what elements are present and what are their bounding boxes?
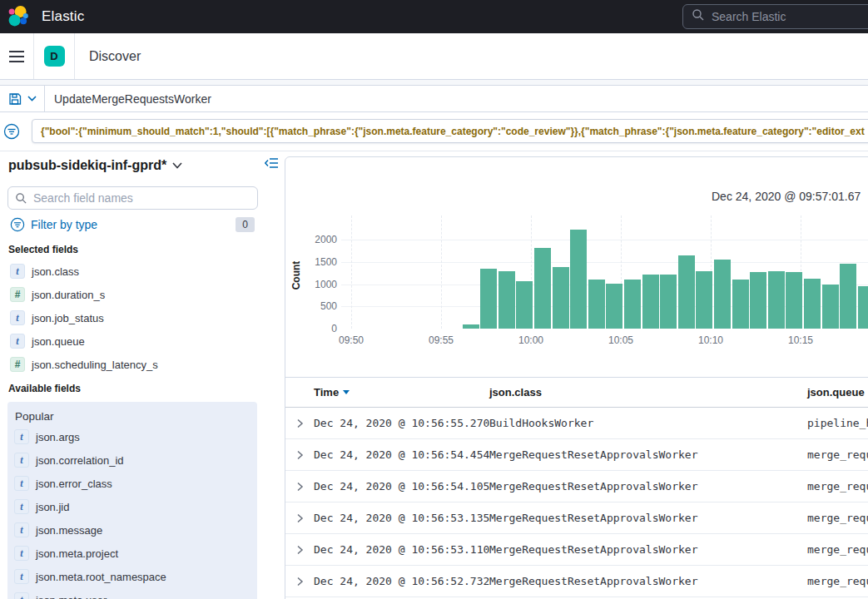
x-gridline — [441, 215, 442, 329]
global-header: Elastic Search Elastic — [0, 0, 868, 33]
filter-pill[interactable]: {"bool":{"minimum_should_match":1,"shoul… — [32, 119, 868, 143]
field-item[interactable]: tjson.args — [7, 425, 257, 448]
cell-json-class: MergeRequestResetApprovalsWorker — [489, 471, 697, 502]
expand-row-icon[interactable] — [293, 417, 306, 433]
index-pattern-selector[interactable]: pubsub-sidekiq-inf-gprd* — [8, 158, 182, 173]
cell-json-queue: pipeline_hooks — [807, 408, 868, 438]
field-item[interactable]: tjson.message — [7, 518, 257, 542]
filter-bar: {"bool":{"minimum_should_match":1,"shoul… — [0, 112, 868, 151]
histogram-bar — [480, 269, 497, 329]
expand-row-icon[interactable] — [293, 448, 306, 465]
field-name: json.scheduling_latency_s — [32, 359, 158, 371]
column-header-json-class[interactable]: json.class — [489, 378, 542, 407]
histogram-bar — [516, 281, 533, 329]
field-item[interactable]: tjson.meta.user — [7, 588, 257, 599]
brand-title: Elastic — [42, 8, 84, 25]
histogram-bar — [642, 275, 659, 329]
field-item[interactable]: #json.duration_s — [3, 283, 256, 306]
cell-json-class: MergeRequestResetApprovalsWorker — [489, 439, 697, 470]
column-label: json.queue — [807, 386, 865, 399]
y-axis-tick: 2000 — [304, 234, 337, 245]
histogram-bar — [768, 271, 785, 329]
cell-time: Dec 24, 2020 @ 10:56:54.105 — [314, 471, 489, 502]
field-item[interactable]: tjson.correlation_id — [7, 448, 257, 472]
field-item[interactable]: tjson.class — [3, 260, 256, 283]
chevron-down-icon — [27, 96, 37, 101]
cell-time: Dec 24, 2020 @ 10:56:53.110 — [314, 534, 489, 565]
string-field-icon: t — [14, 522, 29, 537]
field-name: json.jid — [36, 501, 69, 513]
expand-row-icon[interactable] — [293, 480, 306, 497]
table-row: Dec 24, 2020 @ 10:56:53.110MergeRequestR… — [285, 534, 868, 566]
histogram-bar — [570, 230, 587, 329]
elastic-logo-icon[interactable] — [7, 5, 30, 28]
save-icon — [8, 92, 22, 106]
column-header-json-queue[interactable]: json.queue — [807, 378, 865, 407]
chart-time-range-label: Dec 24, 2020 @ 09:57:01.67 — [712, 190, 861, 203]
menu-icon[interactable] — [0, 33, 33, 79]
index-pattern-title: pubsub-sidekiq-inf-gprd* — [8, 158, 166, 173]
query-input[interactable]: UpdateMergeRequestsWorker — [45, 86, 868, 111]
field-item[interactable]: tjson.queue — [3, 329, 256, 353]
histogram-bar — [840, 264, 856, 329]
app-icon-cell: D — [34, 33, 74, 79]
field-item[interactable]: tjson.meta.project — [7, 542, 257, 565]
string-field-icon: t — [14, 476, 29, 491]
cell-json-queue: merge_requests — [807, 439, 868, 470]
filter-icon[interactable] — [3, 123, 20, 140]
cell-json-queue: merge_requests — [807, 534, 868, 565]
field-name: json.job_status — [32, 312, 104, 324]
histogram-bar — [786, 272, 802, 329]
histogram-bar — [553, 267, 569, 329]
field-item[interactable]: tjson.jid — [7, 495, 257, 518]
x-axis-tick: 10:10 — [692, 334, 729, 346]
expand-row-icon[interactable] — [293, 575, 306, 592]
filter-by-type-button[interactable]: Filter by type — [31, 218, 97, 231]
search-icon — [692, 8, 705, 25]
histogram-bar — [534, 248, 551, 329]
x-axis-tick: 09:50 — [333, 334, 370, 346]
field-name: json.meta.user — [36, 594, 107, 599]
save-query-button[interactable] — [0, 86, 45, 111]
discover-page: Elastic Search Elastic D Discover — [0, 0, 868, 599]
string-field-icon: t — [14, 569, 29, 584]
cell-time: Dec 24, 2020 @ 10:56:55.270 — [314, 408, 489, 438]
global-search-input[interactable]: Search Elastic — [682, 4, 868, 29]
expand-row-icon[interactable] — [293, 543, 306, 560]
collapse-sidebar-icon[interactable] — [265, 157, 278, 172]
cell-json-class: MergeRequestResetApprovalsWorker — [489, 534, 697, 565]
field-name: json.queue — [32, 335, 85, 348]
x-axis-tick: 09:55 — [423, 334, 459, 346]
fields-sidebar: pubsub-sidekiq-inf-gprd* Search field na… — [0, 152, 285, 599]
string-field-icon: t — [14, 453, 29, 468]
navbar: D Discover — [0, 33, 868, 80]
field-search-input[interactable]: Search field names — [7, 186, 258, 210]
cell-json-class: MergeRequestResetApprovalsWorker — [489, 566, 697, 597]
field-item[interactable]: #json.scheduling_latency_s — [3, 353, 256, 376]
field-name: json.args — [36, 431, 80, 443]
x-axis-tick: 10:15 — [782, 334, 819, 346]
cell-json-class: BuildHooksWorker — [489, 408, 593, 438]
string-field-icon: t — [14, 592, 29, 599]
expand-row-icon[interactable] — [293, 512, 306, 528]
field-item[interactable]: tjson.error_class — [7, 472, 257, 495]
query-bar: UpdateMergeRequestsWorker — [0, 85, 868, 112]
string-field-icon: t — [10, 310, 25, 325]
breadcrumb[interactable]: Discover — [89, 49, 141, 64]
string-field-icon: t — [10, 264, 25, 279]
field-item[interactable]: tjson.meta.root_namespace — [7, 565, 257, 588]
cell-json-class: MergeRequestResetApprovalsWorker — [489, 502, 697, 533]
column-label: Time — [314, 386, 339, 399]
string-field-icon: t — [14, 499, 29, 514]
nav-divider — [74, 33, 75, 79]
field-name: json.class — [32, 265, 79, 278]
y-axis-tick: 500 — [304, 300, 337, 312]
histogram-bar — [588, 280, 605, 329]
histogram-bar — [804, 279, 821, 329]
field-item[interactable]: tjson.job_status — [3, 306, 256, 329]
selected-fields-heading: Selected fields — [8, 244, 78, 255]
cell-time: Dec 24, 2020 @ 10:56:52.732 — [314, 566, 489, 597]
y-axis-tick: 0 — [304, 323, 337, 334]
column-header-time[interactable]: Time — [314, 378, 350, 407]
table-header: Time json.class json.queue — [285, 377, 868, 408]
